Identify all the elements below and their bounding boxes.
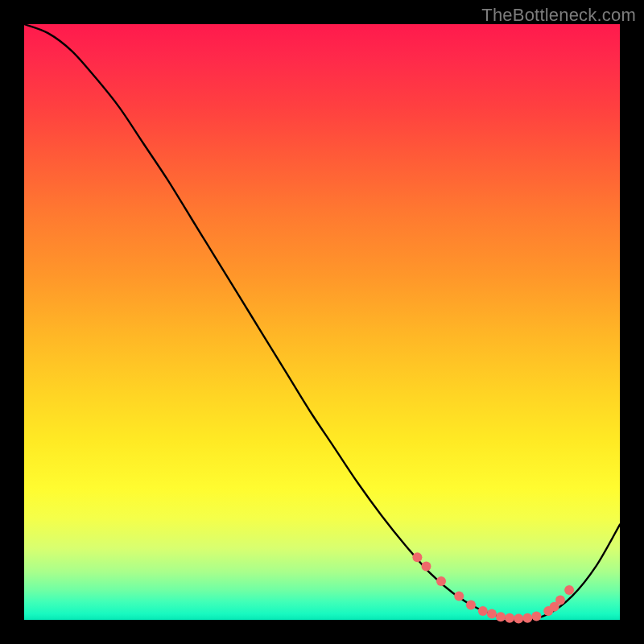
marker-point [487,609,497,619]
marker-point [412,552,422,562]
marker-point [436,576,446,586]
marker-point [466,601,476,610]
highlight-markers [412,552,574,623]
marker-point [522,613,532,623]
bottleneck-curve [24,24,620,620]
plot-area [24,24,620,620]
marker-point [422,561,431,571]
watermark-text: TheBottleneck.com [481,5,636,26]
marker-point [454,591,464,601]
marker-point [505,613,514,623]
marker-point [531,612,541,621]
marker-point [496,612,506,621]
marker-point [555,596,565,605]
marker-point [478,606,488,616]
chart-frame: TheBottleneck.com [0,0,644,644]
marker-point [564,585,574,595]
marker-point [514,614,523,624]
curve-svg [24,24,620,620]
